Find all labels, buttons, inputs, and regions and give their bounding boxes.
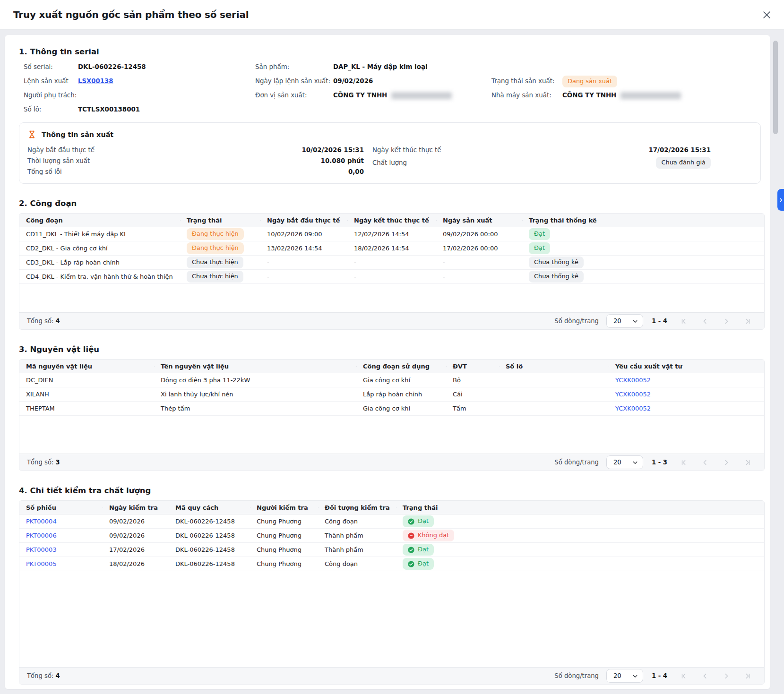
col-header: Ngày kết thúc thực tế: [347, 217, 436, 224]
next-page-button[interactable]: [723, 673, 730, 679]
first-page-button[interactable]: [681, 673, 687, 679]
next-page-icon: [723, 673, 730, 679]
table-row: CD11_DKL - Thiết kế máy dập KL Đang thực…: [19, 227, 764, 241]
col-header: Yêu cầu xuất vật tư: [609, 363, 764, 370]
scrollbar-thumb[interactable]: [773, 41, 778, 134]
prev-page-button[interactable]: [702, 459, 708, 466]
production-order-link[interactable]: LSX00138: [78, 77, 113, 85]
assignee-label: Người phụ trách:: [24, 88, 78, 103]
actual-end-label: Ngày kết thúc thực tế: [372, 145, 441, 155]
table-row: DC_DIEN Động cơ điện 3 pha 11-22kW Gia c…: [19, 373, 764, 387]
duration-label: Thời lượng sản xuất: [27, 155, 90, 166]
pagination: Số dòng/trang 20 1 - 4: [554, 314, 757, 328]
rows-per-page-value: 20: [613, 672, 621, 679]
col-header: Số lô: [499, 363, 609, 370]
status-badge: Chưa thực hiện: [187, 271, 243, 283]
material-request-link[interactable]: YCXK00052: [615, 391, 651, 398]
first-page-icon: [681, 673, 687, 679]
rows-per-page-select[interactable]: 20: [606, 314, 643, 328]
first-page-button[interactable]: [681, 318, 687, 325]
stages-table-footer: Tổng số:4 Số dòng/trang 20 1 - 4: [19, 312, 764, 329]
quality-table-header: Số phiếu Ngày kiểm tra Mã quy cách Người…: [19, 501, 764, 514]
rows-per-page-select[interactable]: 20: [606, 669, 643, 683]
assignee-value: [78, 88, 255, 103]
col-header: Người kiểm tra: [250, 504, 318, 511]
total-label: Tổng số:: [27, 317, 53, 325]
lot-value: TCTLSX00138001: [78, 103, 255, 117]
col-header: Công đoạn: [19, 217, 180, 224]
quality-ticket-link[interactable]: PKT00003: [26, 546, 57, 553]
lot-label: Số lô:: [24, 103, 78, 117]
last-page-button[interactable]: [744, 459, 751, 466]
first-page-icon: [681, 318, 687, 325]
material-request-link[interactable]: YCXK00052: [615, 377, 651, 384]
check-circle-icon: [408, 518, 414, 525]
product-label: Sản phẩm:: [255, 60, 333, 74]
chevron-right-icon: [779, 198, 783, 202]
next-page-button[interactable]: [723, 459, 730, 466]
prev-page-button[interactable]: [702, 673, 708, 679]
product-value: DAP_KL - Máy dập kim loại: [333, 60, 491, 74]
duration-value: 10.080 phút: [321, 155, 364, 166]
quality-section-heading: 4. Chi tiết kiểm tra chất lượng: [19, 486, 765, 495]
stat-badge: Chưa thống kê: [529, 257, 584, 268]
factory-label: Nhà máy sản xuất:: [491, 88, 562, 103]
quality-label: Chất lượng: [372, 157, 407, 168]
materials-table: Mã nguyên vật liệu Tên nguyên vật liệu C…: [19, 359, 765, 471]
col-header: Số phiếu: [19, 504, 103, 511]
materials-table-header: Mã nguyên vật liệu Tên nguyên vật liệu C…: [19, 360, 764, 373]
col-header: Ngày bắt đầu thực tế: [260, 217, 347, 224]
production-status-label: Trạng thái sản xuất:: [491, 74, 562, 88]
quality-ticket-link[interactable]: PKT00004: [26, 518, 57, 525]
result-badge: Đạt: [403, 558, 434, 570]
rows-per-page-select[interactable]: 20: [606, 455, 643, 469]
redacted-text: [391, 92, 452, 99]
last-page-icon: [744, 673, 751, 679]
production-info-heading: Thông tin sản xuất: [42, 131, 113, 138]
last-page-icon: [744, 318, 751, 325]
col-header: Mã quy cách: [169, 504, 250, 511]
serial-value: DKL-060226-12458: [78, 60, 255, 74]
last-page-button[interactable]: [744, 673, 751, 679]
result-badge: Đạt: [403, 544, 434, 556]
quality-ticket-link[interactable]: PKT00006: [26, 532, 57, 539]
total-count: 4: [55, 317, 60, 325]
status-badge: Đang thực hiện: [187, 228, 244, 240]
col-header: Công đoạn sử dụng: [356, 363, 446, 370]
last-page-button[interactable]: [744, 318, 751, 325]
quality-table: Số phiếu Ngày kiểm tra Mã quy cách Người…: [19, 500, 765, 685]
next-page-button[interactable]: [723, 318, 730, 325]
chevron-down-icon: [632, 673, 638, 679]
table-row: PKT00006 09/02/2026 DKL-060226-12458 Chu…: [19, 529, 764, 543]
material-request-link[interactable]: YCXK00052: [615, 405, 651, 412]
redacted-text: [620, 92, 681, 99]
modal-header: Truy xuất nguồn gốc sản phẩm theo số ser…: [0, 0, 784, 30]
table-row: PKT00005 18/02/2026 DKL-060226-12458 Chu…: [19, 557, 764, 571]
col-header: Trạng thái thống kê: [522, 217, 764, 224]
rows-per-page-label: Số dòng/trang: [554, 459, 599, 466]
close-button[interactable]: [760, 9, 773, 21]
materials-table-footer: Tổng số:3 Số dòng/trang 20 1 - 3: [19, 454, 764, 471]
chevron-down-icon: [632, 318, 638, 324]
table-row: XILANH Xi lanh thủy lực/khí nén Lắp ráp …: [19, 387, 764, 402]
error-count-label: Tổng số lỗi: [27, 166, 62, 177]
error-count-value: 0,00: [348, 166, 364, 177]
quality-table-footer: Tổng số:4 Số dòng/trang 20 1 - 4: [19, 667, 764, 684]
order-date-value: 09/02/2026: [333, 74, 491, 88]
expand-panel-tab[interactable]: [777, 189, 784, 211]
quality-ticket-link[interactable]: PKT00005: [26, 560, 57, 567]
prev-page-button[interactable]: [702, 318, 708, 325]
col-header: Tên nguyên vật liệu: [154, 363, 356, 370]
stat-badge: Đạt: [529, 228, 550, 240]
prev-page-icon: [702, 459, 708, 466]
rows-per-page-value: 20: [613, 459, 621, 466]
order-date-label: Ngày lập lệnh sản xuất:: [255, 74, 333, 88]
factory-value: CÔNG TY TNHH: [562, 92, 616, 99]
first-page-button[interactable]: [681, 459, 687, 466]
serial-section-heading: 1. Thông tin serial: [19, 47, 765, 56]
producer-label: Đơn vị sản xuất:: [255, 88, 333, 103]
total-count: 4: [55, 672, 60, 679]
stages-section-heading: 2. Công đoạn: [19, 199, 765, 208]
chevron-down-icon: [632, 460, 638, 465]
col-header: Trạng thái: [396, 504, 764, 511]
